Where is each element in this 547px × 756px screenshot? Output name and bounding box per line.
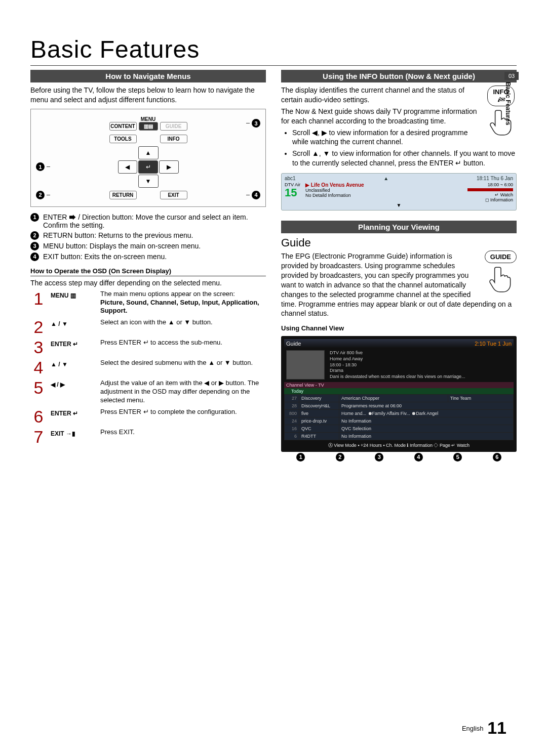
hand-icon bbox=[485, 263, 517, 295]
nn-channel-name: abc1 bbox=[285, 176, 296, 181]
gf-prog-title: DTV Air 800 five bbox=[330, 350, 465, 356]
info-bullet-1: Scroll ◀, ▶ to view information for a de… bbox=[292, 128, 517, 147]
info-button-illustration: INFO𝒊✉ bbox=[485, 86, 517, 138]
dpad-down-icon: ▼ bbox=[138, 175, 159, 188]
callout-3: MENU button: Displays the main on-screen… bbox=[43, 242, 201, 250]
dpad-left-icon: ◀ bbox=[118, 160, 138, 174]
content-button: CONTENT bbox=[109, 122, 137, 131]
callout-1: ENTER 🡆 / Direction button: Move the cur… bbox=[43, 213, 266, 229]
table-row: 6R4DTTNo Information bbox=[285, 432, 514, 440]
gf-prog-name: Home and Away bbox=[330, 356, 465, 362]
nn-clock: 18:11 Thu 6 Jan bbox=[477, 176, 513, 181]
info-badge: INFO𝒊✉ bbox=[487, 86, 514, 106]
callout-list: 1ENTER 🡆 / Direction button: Move the cu… bbox=[30, 213, 266, 261]
nn-infoline: ◻ Information bbox=[467, 197, 513, 202]
nn-watch: ↵ Watch bbox=[467, 192, 513, 197]
guide-paragraph: The EPG (Electronic Programme Guide) inf… bbox=[281, 251, 517, 318]
osd-note: The access step may differ depending on … bbox=[30, 278, 266, 288]
right-column: Using the INFO button (Now & Next guide)… bbox=[281, 70, 517, 461]
callout-4-icon: 4 bbox=[252, 191, 260, 199]
osd-steps: 1MENU ▥ The main menu options appear on … bbox=[30, 290, 266, 445]
section-band-info: Using the INFO button (Now & Next guide) bbox=[281, 70, 517, 82]
left-column: How to Navigate Menus Before using the T… bbox=[30, 70, 266, 461]
dpad-right-icon: ▶ bbox=[159, 160, 179, 174]
gf-footer: Ⓐ View Mode ▪ +24 Hours ▪ Ch. Mode ℹ Inf… bbox=[284, 440, 514, 449]
page-footer: English 11 bbox=[462, 718, 506, 738]
dpad-up-icon: ▲ bbox=[138, 146, 159, 159]
info-button-remote: INFO bbox=[160, 135, 187, 143]
gf-prog-time: 18:00 - 18:30 bbox=[330, 362, 465, 368]
table-row: 800fiveHome and... ⏺Family Affairs Fiv..… bbox=[285, 409, 514, 417]
menu-label: MENU bbox=[53, 116, 243, 122]
guide-figure: Guide 2:10 Tue 1 Jun DTV Air 800 five Ho… bbox=[281, 336, 517, 451]
now-next-panel: abc1 ▲ 18:11 Thu 6 Jan DTV Air 15 ▶ Life… bbox=[281, 173, 517, 211]
exit-button: EXIT bbox=[160, 191, 187, 199]
table-row: 28DiscoveryH&LProgrammes resume at 06:00 bbox=[285, 402, 514, 409]
callout-3-icon: 3 bbox=[252, 119, 260, 128]
gf-title: Guide bbox=[286, 341, 301, 347]
nn-programme: ▶ Life On Venus Avenue bbox=[305, 182, 462, 188]
info-para-2: The Now & Next guide shows daily TV prog… bbox=[281, 107, 517, 126]
channel-grid: 27DiscoveryAmerican ChopperTine Team 28D… bbox=[284, 394, 514, 440]
section-band-navigate: How to Navigate Menus bbox=[30, 70, 266, 82]
channel-view-heading: Using Channel View bbox=[281, 324, 517, 333]
gf-view-label: Channel View - TV bbox=[284, 382, 514, 388]
hand-icon bbox=[485, 106, 517, 138]
info-bullets: Scroll ◀, ▶ to view information for a de… bbox=[281, 128, 517, 169]
info-para-1: The display identifies the current chann… bbox=[281, 86, 517, 105]
dpad-enter-icon: ↵ bbox=[138, 160, 158, 174]
callout-4: EXIT button: Exits the on-screen menu. bbox=[43, 253, 167, 261]
nn-channel-number: 15 bbox=[285, 187, 300, 198]
guide-badge: GUIDE bbox=[485, 250, 517, 263]
callout-2: RETURN button: Returns to the previous m… bbox=[43, 231, 193, 239]
gf-prog-desc: Dani is devastated when scott makes clea… bbox=[330, 374, 465, 380]
chapter-number: 03 bbox=[504, 72, 519, 80]
gf-prog-genre: Drama bbox=[330, 368, 465, 374]
table-row: 16QVCQVC Selection bbox=[285, 425, 514, 432]
table-row: 27DiscoveryAmerican ChopperTine Team bbox=[285, 394, 514, 402]
preview-thumbnail bbox=[286, 350, 325, 380]
guide-callouts: 123456 bbox=[281, 453, 517, 461]
remote-figure: MENU CONTENT ▥▤ GUIDE 3 TOOLS INFO bbox=[30, 109, 266, 207]
table-row: 24price-drop.tvNo Information bbox=[285, 417, 514, 425]
info-bullet-2: Scroll ▲, ▼ to view information for othe… bbox=[292, 149, 517, 168]
gf-clock: 2:10 Tue 1 Jun bbox=[475, 341, 512, 347]
return-button: RETURN bbox=[109, 191, 137, 199]
guide-heading: Guide bbox=[281, 236, 517, 249]
section-band-planning: Planning Your Viewing bbox=[281, 221, 517, 233]
callout-2-icon: 2 bbox=[36, 191, 45, 199]
menu-button: ▥▤ bbox=[139, 122, 158, 131]
guide-button-illustration: GUIDE bbox=[485, 250, 517, 295]
nn-detail: No Detaild Information bbox=[305, 193, 462, 198]
osd-heading: How to Operate the OSD (On Screen Displa… bbox=[30, 267, 266, 276]
nn-rating: Unclassified bbox=[305, 188, 462, 193]
nn-time: 18:00 ~ 6:00 bbox=[467, 182, 513, 187]
nav-intro: Before using the TV, follow the steps be… bbox=[30, 86, 266, 105]
title-rule bbox=[30, 65, 517, 66]
guide-button-remote: GUIDE bbox=[160, 122, 187, 131]
page-title: Basic Features bbox=[30, 35, 517, 63]
callout-1-icon: 1 bbox=[36, 162, 45, 171]
page-number: 11 bbox=[487, 718, 506, 737]
gf-today: Today bbox=[284, 388, 514, 394]
dpad: ▲ ◀ ↵ ▶ ▼ bbox=[118, 145, 179, 189]
tools-button: TOOLS bbox=[109, 135, 137, 143]
